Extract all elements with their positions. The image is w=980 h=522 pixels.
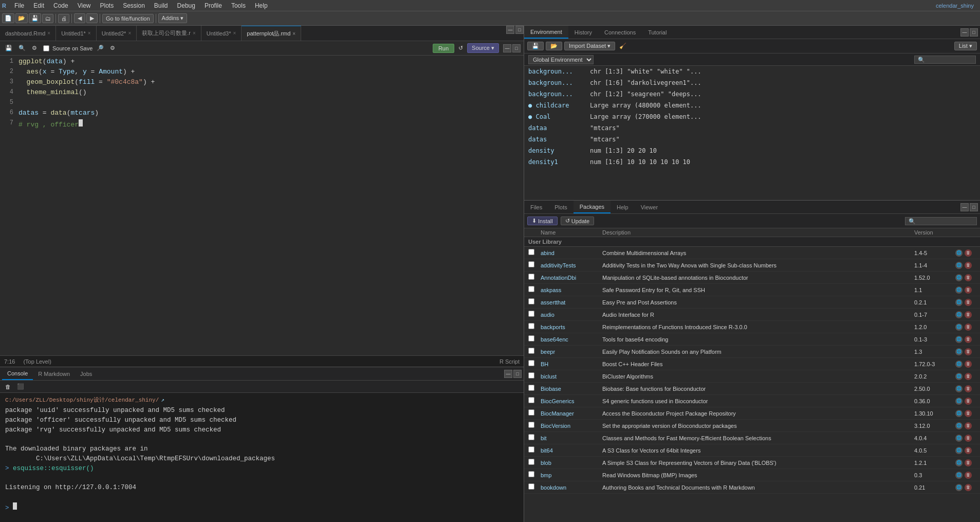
env-import-btn[interactable]: Import Dataset ▾ bbox=[564, 42, 615, 50]
menu-code[interactable]: Code bbox=[49, 1, 72, 10]
tab-patternplot[interactable]: patternplot品.rmd × bbox=[242, 26, 301, 41]
env-load-btn[interactable]: 📂 bbox=[546, 42, 562, 50]
addins-btn[interactable]: Addins ▾ bbox=[158, 13, 188, 23]
pkg-del-base64enc[interactable]: 🗑 bbox=[965, 336, 972, 343]
pkg-row-biocversion[interactable]: BiocVersion Set the appropriate version … bbox=[524, 420, 980, 432]
pkg-check-AnnotationDbi[interactable] bbox=[528, 274, 541, 281]
pkg-del-bit64[interactable]: 🗑 bbox=[965, 447, 972, 454]
pkg-check-BiocVersion[interactable] bbox=[528, 422, 541, 429]
pkg-row-audio[interactable]: audio Audio Interface for R 0.1-7 🌐 🗑 bbox=[524, 309, 980, 321]
pkg-row-blob[interactable]: blob A Simple S3 Class for Representing … bbox=[524, 457, 980, 469]
env-item-background2[interactable]: backgroun... chr [1:6] "darkolivegreen1"… bbox=[524, 77, 980, 88]
env-item-datas[interactable]: datas "mtcars" bbox=[524, 134, 980, 145]
pkg-del-BiocGenerics[interactable]: 🗑 bbox=[965, 398, 972, 405]
pkg-del-bit[interactable]: 🗑 bbox=[965, 435, 972, 442]
pkg-name-bookdown[interactable]: bookdown bbox=[541, 484, 602, 491]
tab-untitled3-close[interactable]: × bbox=[233, 30, 236, 36]
editor-maximize-btn[interactable]: □ bbox=[515, 26, 524, 34]
pkg-check-bit64[interactable] bbox=[528, 446, 541, 454]
pkg-row-abind[interactable]: abind Combine Multidimensional Arrays 1.… bbox=[524, 247, 980, 259]
pkg-web-audio[interactable]: 🌐 bbox=[955, 311, 963, 318]
pkg-web-biclust[interactable]: 🌐 bbox=[955, 373, 963, 380]
pkg-name-additivityTests[interactable]: additivityTests bbox=[541, 262, 602, 268]
pkg-del-AnnotationDbi[interactable]: 🗑 bbox=[965, 274, 972, 281]
pkg-del-biclust[interactable]: 🗑 bbox=[965, 373, 972, 380]
pkg-name-BH[interactable]: BH bbox=[541, 361, 602, 367]
editor-options-btn[interactable]: ⚙ bbox=[108, 44, 117, 52]
pkg-name-Biobase[interactable]: Biobase bbox=[541, 386, 602, 392]
pkg-web-BiocManager[interactable]: 🌐 bbox=[955, 410, 963, 417]
menu-plots[interactable]: Plots bbox=[96, 1, 118, 10]
pkg-del-abind[interactable]: 🗑 bbox=[965, 249, 972, 257]
console-clear-btn[interactable]: 🗑 bbox=[3, 383, 13, 391]
pkg-row-bookdown[interactable]: bookdown Authoring Books and Technical D… bbox=[524, 481, 980, 494]
menu-session[interactable]: Session bbox=[119, 1, 149, 10]
pkg-name-assertthat[interactable]: assertthat bbox=[541, 299, 602, 305]
files-tab-help[interactable]: Help bbox=[611, 201, 635, 213]
menu-view[interactable]: View bbox=[73, 1, 95, 10]
files-max-btn[interactable]: □ bbox=[970, 203, 978, 211]
pkg-name-BiocGenerics[interactable]: BiocGenerics bbox=[541, 398, 602, 404]
save-btn[interactable]: 💾 bbox=[29, 13, 41, 23]
menu-help[interactable]: Help bbox=[251, 1, 272, 10]
tab-untitled3[interactable]: Untitled3* × bbox=[201, 26, 242, 41]
pkg-del-Biobase[interactable]: 🗑 bbox=[965, 385, 972, 392]
pkg-row-bit[interactable]: bit Classes and Methods for Fast Memory-… bbox=[524, 432, 980, 444]
pkg-check-bookdown[interactable] bbox=[528, 483, 541, 491]
goto-file-btn[interactable]: Go to file/function bbox=[102, 14, 154, 23]
console-min-btn[interactable]: — bbox=[504, 370, 512, 378]
pkg-web-AnnotationDbi[interactable]: 🌐 bbox=[955, 274, 963, 281]
pkg-check-BiocGenerics[interactable] bbox=[528, 397, 541, 405]
pkg-web-bmp[interactable]: 🌐 bbox=[955, 472, 963, 479]
pkg-check-blob[interactable] bbox=[528, 459, 541, 466]
menu-file[interactable]: File bbox=[10, 1, 28, 10]
env-list-btn[interactable]: List ▾ bbox=[954, 42, 977, 50]
pkg-web-additivityTests[interactable]: 🌐 bbox=[955, 262, 963, 269]
pkg-check-base64enc[interactable] bbox=[528, 335, 541, 343]
pkg-name-blob[interactable]: blob bbox=[541, 460, 602, 466]
pkg-web-assertthat[interactable]: 🌐 bbox=[955, 299, 963, 306]
editor-knit-btn[interactable]: ⚙ bbox=[30, 44, 39, 52]
files-tab-plots[interactable]: Plots bbox=[548, 201, 573, 213]
env-item-background3[interactable]: backgroun... chr [1:2] "seagreen" "deeps… bbox=[524, 88, 980, 100]
pkg-check-bit[interactable] bbox=[528, 434, 541, 442]
pkg-name-BiocManager[interactable]: BiocManager bbox=[541, 410, 602, 417]
env-search[interactable] bbox=[914, 56, 976, 64]
files-tab-files[interactable]: Files bbox=[524, 201, 548, 213]
tab-untitled2[interactable]: Untitled2* × bbox=[97, 26, 137, 41]
editor-tb-max[interactable]: □ bbox=[512, 44, 521, 52]
pkg-row-biocgenerics[interactable]: BiocGenerics S4 generic functions used i… bbox=[524, 395, 980, 407]
pkg-name-biclust[interactable]: biclust bbox=[541, 373, 602, 380]
open-file-btn[interactable]: 📂 bbox=[15, 13, 28, 23]
console-interrupt-btn[interactable]: ⬛ bbox=[15, 382, 26, 391]
pkg-del-BH[interactable]: 🗑 bbox=[965, 361, 972, 368]
tab-dashboard-rmd[interactable]: dashboard.Rmd × bbox=[0, 26, 56, 41]
pkg-row-annotationdbi[interactable]: AnnotationDbi Manipulation of SQLite-bas… bbox=[524, 272, 980, 284]
save-all-btn[interactable]: 🗂 bbox=[42, 14, 53, 23]
pkg-row-biocmanager[interactable]: BiocManager Access the Bioconductor Proj… bbox=[524, 407, 980, 420]
pkg-row-base64enc[interactable]: base64enc Tools for base64 encoding 0.1-… bbox=[524, 333, 980, 346]
pkg-row-bit64[interactable]: bit64 A S3 Class for Vectors of 64bit In… bbox=[524, 444, 980, 457]
editor-save-btn[interactable]: 💾 bbox=[3, 44, 14, 52]
pkg-web-askpass[interactable]: 🌐 bbox=[955, 286, 963, 294]
new-file-btn[interactable]: 📄 bbox=[2, 13, 14, 23]
pkg-check-BH[interactable] bbox=[528, 360, 541, 368]
pkg-name-bit64[interactable]: bit64 bbox=[541, 447, 602, 454]
pkg-del-audio[interactable]: 🗑 bbox=[965, 311, 972, 318]
install-btn[interactable]: ⬇ Install bbox=[527, 217, 558, 225]
pkg-check-Biobase[interactable] bbox=[528, 385, 541, 392]
pkg-web-backports[interactable]: 🌐 bbox=[955, 323, 963, 331]
files-min-btn[interactable]: — bbox=[960, 203, 969, 211]
pkg-web-bit64[interactable]: 🌐 bbox=[955, 447, 963, 454]
pkg-web-blob[interactable]: 🌐 bbox=[955, 459, 963, 466]
env-item-background1[interactable]: backgroun... chr [1:3] "white" "white" "… bbox=[524, 66, 980, 77]
console-tab-console[interactable]: Console bbox=[2, 367, 33, 380]
code-editor[interactable]: 1 ggplot(data) + 2 aes(x = Type, y = Amo… bbox=[0, 56, 524, 355]
run-btn[interactable]: Run bbox=[433, 44, 454, 53]
editor-zoom-btn[interactable]: 🔍 bbox=[16, 44, 28, 52]
pkg-del-BiocManager[interactable]: 🗑 bbox=[965, 410, 972, 417]
pkg-name-BiocVersion[interactable]: BiocVersion bbox=[541, 423, 602, 429]
pkg-row-biclust[interactable]: biclust BiCluster Algorithms 2.0.2 🌐 🗑 bbox=[524, 370, 980, 383]
env-save-btn[interactable]: 💾 bbox=[527, 42, 544, 50]
menu-debug[interactable]: Debug bbox=[173, 1, 199, 10]
